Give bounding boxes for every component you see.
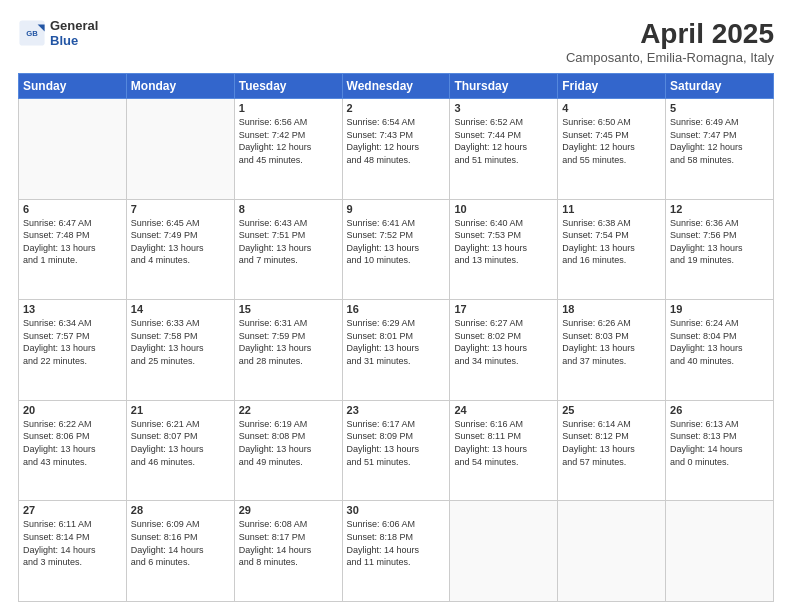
day-number: 2: [347, 102, 446, 114]
day-number: 16: [347, 303, 446, 315]
subtitle: Camposanto, Emilia-Romagna, Italy: [566, 50, 774, 65]
day-info: Sunrise: 6:52 AM Sunset: 7:44 PM Dayligh…: [454, 116, 553, 166]
day-info: Sunrise: 6:49 AM Sunset: 7:47 PM Dayligh…: [670, 116, 769, 166]
day-number: 9: [347, 203, 446, 215]
calendar-cell: 26Sunrise: 6:13 AM Sunset: 8:13 PM Dayli…: [666, 400, 774, 501]
calendar-cell: 23Sunrise: 6:17 AM Sunset: 8:09 PM Dayli…: [342, 400, 450, 501]
day-number: 14: [131, 303, 230, 315]
header: GB General Blue April 2025 Camposanto, E…: [18, 18, 774, 65]
day-number: 1: [239, 102, 338, 114]
day-info: Sunrise: 6:21 AM Sunset: 8:07 PM Dayligh…: [131, 418, 230, 468]
header-row: SundayMondayTuesdayWednesdayThursdayFrid…: [19, 74, 774, 99]
calendar-cell: 10Sunrise: 6:40 AM Sunset: 7:53 PM Dayli…: [450, 199, 558, 300]
calendar-cell: 2Sunrise: 6:54 AM Sunset: 7:43 PM Daylig…: [342, 99, 450, 200]
calendar-cell: 16Sunrise: 6:29 AM Sunset: 8:01 PM Dayli…: [342, 300, 450, 401]
day-info: Sunrise: 6:33 AM Sunset: 7:58 PM Dayligh…: [131, 317, 230, 367]
week-row-3: 13Sunrise: 6:34 AM Sunset: 7:57 PM Dayli…: [19, 300, 774, 401]
day-info: Sunrise: 6:11 AM Sunset: 8:14 PM Dayligh…: [23, 518, 122, 568]
day-number: 27: [23, 504, 122, 516]
logo-general-text: General: [50, 18, 98, 33]
day-number: 28: [131, 504, 230, 516]
calendar-cell: 30Sunrise: 6:06 AM Sunset: 8:18 PM Dayli…: [342, 501, 450, 602]
day-info: Sunrise: 6:06 AM Sunset: 8:18 PM Dayligh…: [347, 518, 446, 568]
day-info: Sunrise: 6:31 AM Sunset: 7:59 PM Dayligh…: [239, 317, 338, 367]
day-info: Sunrise: 6:24 AM Sunset: 8:04 PM Dayligh…: [670, 317, 769, 367]
day-info: Sunrise: 6:09 AM Sunset: 8:16 PM Dayligh…: [131, 518, 230, 568]
day-number: 21: [131, 404, 230, 416]
day-info: Sunrise: 6:22 AM Sunset: 8:06 PM Dayligh…: [23, 418, 122, 468]
week-row-2: 6Sunrise: 6:47 AM Sunset: 7:48 PM Daylig…: [19, 199, 774, 300]
day-info: Sunrise: 6:54 AM Sunset: 7:43 PM Dayligh…: [347, 116, 446, 166]
calendar-cell: [19, 99, 127, 200]
day-number: 3: [454, 102, 553, 114]
day-info: Sunrise: 6:29 AM Sunset: 8:01 PM Dayligh…: [347, 317, 446, 367]
day-info: Sunrise: 6:26 AM Sunset: 8:03 PM Dayligh…: [562, 317, 661, 367]
week-row-4: 20Sunrise: 6:22 AM Sunset: 8:06 PM Dayli…: [19, 400, 774, 501]
calendar-cell: 14Sunrise: 6:33 AM Sunset: 7:58 PM Dayli…: [126, 300, 234, 401]
calendar-cell: 24Sunrise: 6:16 AM Sunset: 8:11 PM Dayli…: [450, 400, 558, 501]
calendar-cell: [558, 501, 666, 602]
calendar-table: SundayMondayTuesdayWednesdayThursdayFrid…: [18, 73, 774, 602]
day-info: Sunrise: 6:08 AM Sunset: 8:17 PM Dayligh…: [239, 518, 338, 568]
day-info: Sunrise: 6:38 AM Sunset: 7:54 PM Dayligh…: [562, 217, 661, 267]
logo-text: General Blue: [50, 18, 98, 48]
day-number: 24: [454, 404, 553, 416]
calendar-cell: 21Sunrise: 6:21 AM Sunset: 8:07 PM Dayli…: [126, 400, 234, 501]
day-number: 18: [562, 303, 661, 315]
day-number: 22: [239, 404, 338, 416]
day-number: 26: [670, 404, 769, 416]
calendar-cell: 4Sunrise: 6:50 AM Sunset: 7:45 PM Daylig…: [558, 99, 666, 200]
day-info: Sunrise: 6:43 AM Sunset: 7:51 PM Dayligh…: [239, 217, 338, 267]
day-info: Sunrise: 6:45 AM Sunset: 7:49 PM Dayligh…: [131, 217, 230, 267]
col-header-monday: Monday: [126, 74, 234, 99]
calendar-cell: 9Sunrise: 6:41 AM Sunset: 7:52 PM Daylig…: [342, 199, 450, 300]
col-header-wednesday: Wednesday: [342, 74, 450, 99]
calendar-cell: 15Sunrise: 6:31 AM Sunset: 7:59 PM Dayli…: [234, 300, 342, 401]
col-header-saturday: Saturday: [666, 74, 774, 99]
calendar-cell: 20Sunrise: 6:22 AM Sunset: 8:06 PM Dayli…: [19, 400, 127, 501]
calendar-cell: 28Sunrise: 6:09 AM Sunset: 8:16 PM Dayli…: [126, 501, 234, 602]
day-info: Sunrise: 6:41 AM Sunset: 7:52 PM Dayligh…: [347, 217, 446, 267]
calendar-cell: [450, 501, 558, 602]
day-info: Sunrise: 6:27 AM Sunset: 8:02 PM Dayligh…: [454, 317, 553, 367]
day-number: 13: [23, 303, 122, 315]
calendar-cell: 19Sunrise: 6:24 AM Sunset: 8:04 PM Dayli…: [666, 300, 774, 401]
calendar-cell: 25Sunrise: 6:14 AM Sunset: 8:12 PM Dayli…: [558, 400, 666, 501]
page: GB General Blue April 2025 Camposanto, E…: [0, 0, 792, 612]
svg-text:GB: GB: [26, 29, 38, 38]
day-number: 7: [131, 203, 230, 215]
week-row-1: 1Sunrise: 6:56 AM Sunset: 7:42 PM Daylig…: [19, 99, 774, 200]
col-header-friday: Friday: [558, 74, 666, 99]
logo: GB General Blue: [18, 18, 98, 48]
day-info: Sunrise: 6:36 AM Sunset: 7:56 PM Dayligh…: [670, 217, 769, 267]
day-number: 5: [670, 102, 769, 114]
calendar-cell: 22Sunrise: 6:19 AM Sunset: 8:08 PM Dayli…: [234, 400, 342, 501]
day-info: Sunrise: 6:40 AM Sunset: 7:53 PM Dayligh…: [454, 217, 553, 267]
day-number: 19: [670, 303, 769, 315]
day-number: 20: [23, 404, 122, 416]
day-info: Sunrise: 6:13 AM Sunset: 8:13 PM Dayligh…: [670, 418, 769, 468]
day-info: Sunrise: 6:16 AM Sunset: 8:11 PM Dayligh…: [454, 418, 553, 468]
day-number: 25: [562, 404, 661, 416]
day-info: Sunrise: 6:19 AM Sunset: 8:08 PM Dayligh…: [239, 418, 338, 468]
calendar-cell: 3Sunrise: 6:52 AM Sunset: 7:44 PM Daylig…: [450, 99, 558, 200]
day-info: Sunrise: 6:17 AM Sunset: 8:09 PM Dayligh…: [347, 418, 446, 468]
day-number: 4: [562, 102, 661, 114]
calendar-cell: 8Sunrise: 6:43 AM Sunset: 7:51 PM Daylig…: [234, 199, 342, 300]
day-info: Sunrise: 6:47 AM Sunset: 7:48 PM Dayligh…: [23, 217, 122, 267]
calendar-cell: 7Sunrise: 6:45 AM Sunset: 7:49 PM Daylig…: [126, 199, 234, 300]
title-section: April 2025 Camposanto, Emilia-Romagna, I…: [566, 18, 774, 65]
calendar-cell: 13Sunrise: 6:34 AM Sunset: 7:57 PM Dayli…: [19, 300, 127, 401]
day-number: 17: [454, 303, 553, 315]
calendar-cell: 5Sunrise: 6:49 AM Sunset: 7:47 PM Daylig…: [666, 99, 774, 200]
month-title: April 2025: [566, 18, 774, 50]
day-info: Sunrise: 6:14 AM Sunset: 8:12 PM Dayligh…: [562, 418, 661, 468]
logo-icon: GB: [18, 19, 46, 47]
day-number: 10: [454, 203, 553, 215]
logo-blue-text: Blue: [50, 33, 98, 48]
col-header-sunday: Sunday: [19, 74, 127, 99]
calendar-cell: [666, 501, 774, 602]
calendar-cell: [126, 99, 234, 200]
calendar-cell: 6Sunrise: 6:47 AM Sunset: 7:48 PM Daylig…: [19, 199, 127, 300]
calendar-cell: 11Sunrise: 6:38 AM Sunset: 7:54 PM Dayli…: [558, 199, 666, 300]
